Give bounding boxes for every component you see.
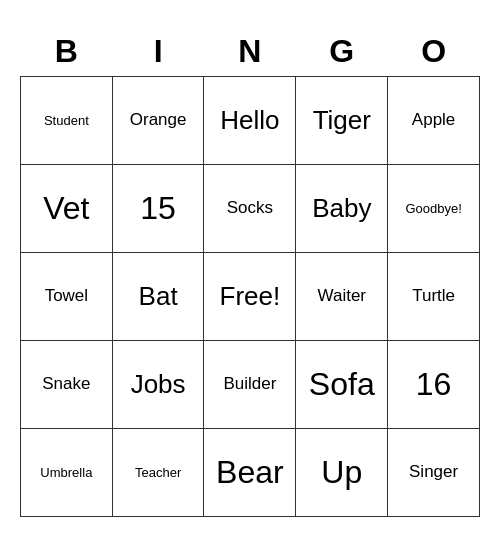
- bingo-cell: Bat: [112, 253, 204, 341]
- bingo-cell: Jobs: [112, 341, 204, 429]
- cell-text: Tiger: [300, 105, 383, 136]
- cell-text: Bear: [208, 453, 291, 491]
- bingo-header: BINGO: [21, 27, 480, 77]
- bingo-cell: Sofa: [296, 341, 388, 429]
- bingo-cell: 16: [388, 341, 480, 429]
- cell-text: Turtle: [392, 286, 475, 306]
- cell-text: Waiter: [300, 286, 383, 306]
- header-letter: O: [388, 27, 480, 77]
- bingo-cell: Baby: [296, 165, 388, 253]
- bingo-cell: Waiter: [296, 253, 388, 341]
- bingo-cell: Singer: [388, 429, 480, 517]
- bingo-cell: Socks: [204, 165, 296, 253]
- cell-text: 16: [392, 365, 475, 403]
- cell-text: Apple: [392, 110, 475, 130]
- cell-text: Builder: [208, 374, 291, 394]
- cell-text: Up: [300, 453, 383, 491]
- bingo-cell: Towel: [21, 253, 113, 341]
- bingo-cell: Tiger: [296, 77, 388, 165]
- bingo-cell: Umbrella: [21, 429, 113, 517]
- bingo-cell: Teacher: [112, 429, 204, 517]
- bingo-cell: Free!: [204, 253, 296, 341]
- cell-text: Teacher: [117, 465, 200, 481]
- cell-text: Jobs: [117, 369, 200, 400]
- bingo-cell: Builder: [204, 341, 296, 429]
- cell-text: Snake: [25, 374, 108, 394]
- cell-text: Free!: [208, 281, 291, 312]
- cell-text: Bat: [117, 281, 200, 312]
- cell-text: 15: [117, 189, 200, 227]
- table-row: Vet15SocksBabyGoodbye!: [21, 165, 480, 253]
- header-letter: I: [112, 27, 204, 77]
- bingo-cell: Snake: [21, 341, 113, 429]
- cell-text: Towel: [25, 286, 108, 306]
- bingo-cell: Goodbye!: [388, 165, 480, 253]
- cell-text: Student: [25, 113, 108, 129]
- table-row: StudentOrangeHelloTigerApple: [21, 77, 480, 165]
- cell-text: Baby: [300, 193, 383, 224]
- bingo-cell: Hello: [204, 77, 296, 165]
- cell-text: Goodbye!: [392, 201, 475, 217]
- bingo-cell: Turtle: [388, 253, 480, 341]
- table-row: SnakeJobsBuilderSofa16: [21, 341, 480, 429]
- cell-text: Hello: [208, 105, 291, 136]
- cell-text: Sofa: [300, 365, 383, 403]
- header-letter: G: [296, 27, 388, 77]
- bingo-card: BINGO StudentOrangeHelloTigerAppleVet15S…: [20, 27, 480, 517]
- cell-text: Orange: [117, 110, 200, 130]
- cell-text: Umbrella: [25, 465, 108, 481]
- bingo-cell: Orange: [112, 77, 204, 165]
- bingo-cell: Student: [21, 77, 113, 165]
- table-row: TowelBatFree!WaiterTurtle: [21, 253, 480, 341]
- bingo-cell: Up: [296, 429, 388, 517]
- header-letter: B: [21, 27, 113, 77]
- header-letter: N: [204, 27, 296, 77]
- table-row: UmbrellaTeacherBearUpSinger: [21, 429, 480, 517]
- bingo-cell: Apple: [388, 77, 480, 165]
- cell-text: Vet: [25, 189, 108, 227]
- cell-text: Socks: [208, 198, 291, 218]
- cell-text: Singer: [392, 462, 475, 482]
- bingo-cell: Bear: [204, 429, 296, 517]
- bingo-cell: 15: [112, 165, 204, 253]
- bingo-cell: Vet: [21, 165, 113, 253]
